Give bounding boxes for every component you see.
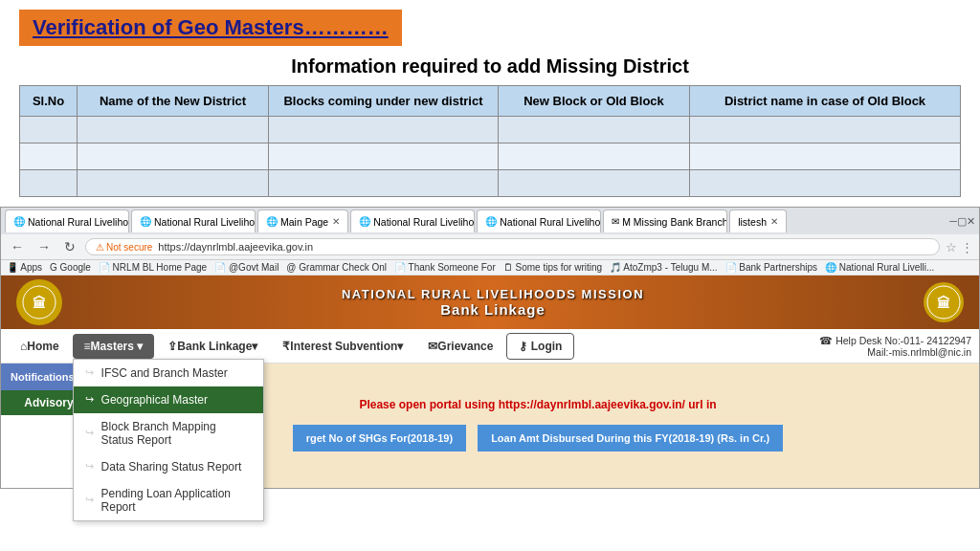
stat-box-2: Loan Amt Disbursed During this FY(2018-1… <box>478 425 783 452</box>
info-table: Sl.No Name of the New District Blocks co… <box>19 85 961 197</box>
reload-button[interactable]: ↻ <box>60 237 79 256</box>
help-desk-phone: ☎ Help Desk No:-011- 24122947 <box>819 335 971 346</box>
masters-dropdown-menu: ↪ IFSC and Branch Master ↪ Geographical … <box>73 359 264 521</box>
info-title: Information required to add Missing Dist… <box>19 55 961 77</box>
arrow-icon-3: ↪ <box>85 427 94 439</box>
nrlm-title-line2: Bank Linkage <box>342 301 644 318</box>
col-header-slno: Sl.No <box>20 86 78 117</box>
table-row <box>20 170 961 197</box>
tab-favicon-5: 🌐 <box>485 216 497 227</box>
tab-favicon-2: 🌐 <box>140 216 151 227</box>
tab-4[interactable]: 🌐 National Rural Liveliho... ✕ <box>350 209 475 232</box>
nav-masters[interactable]: ≡Masters ▾ <box>73 334 155 359</box>
help-desk-email: Mail:-mis.nrlmbl@nic.in <box>819 346 971 358</box>
nav-bar: ⌂Home ≡Masters ▾ ↪ IFSC and Branch Maste… <box>1 329 979 364</box>
stat-1-label: rget No of SHGs For(2018-19) <box>306 432 453 444</box>
arrow-icon-4: ↪ <box>85 460 94 473</box>
dropdown-pending-loan-label: Pending Loan Application Report <box>101 487 252 514</box>
bookmarks-bar: 📱 Apps G Google 📄 NRLM BL Home Page 📄 @G… <box>1 260 979 276</box>
stat-2-label: Loan Amt Disbursed During this FY(2018-1… <box>491 432 769 444</box>
window-controls: ─ ▢ ✕ <box>949 215 975 228</box>
advisory-label: Advisory <box>24 396 73 409</box>
minimize-button[interactable]: ─ <box>949 215 957 227</box>
close-button[interactable]: ✕ <box>967 215 975 228</box>
nav-bank-linkage[interactable]: ⇪Bank Linkage▾ <box>156 334 269 359</box>
bm-nrlm[interactable]: 📄 NRLM BL Home Page <box>99 262 207 273</box>
nav-home[interactable]: ⌂Home <box>9 334 71 359</box>
bm-govtmail[interactable]: 📄 @Govt Mail <box>214 262 278 273</box>
dropdown-ifsc-label: IFSC and Branch Master <box>101 366 228 380</box>
tab-4-label: National Rural Liveliho... <box>373 216 475 228</box>
help-desk-info: ☎ Help Desk No:-011- 24122947 Mail:-mis.… <box>819 335 971 358</box>
bm-nrlm2[interactable]: 🌐 National Rural Livelli... <box>825 262 934 273</box>
tab-7[interactable]: listesh ✕ <box>729 209 787 232</box>
tab-6[interactable]: ✉ M Missing Bank Branches... ✕ <box>603 209 727 232</box>
bm-thank[interactable]: 📄 Thank Someone For <box>394 262 496 273</box>
nrlm-logo-left: 🏛 <box>16 279 62 325</box>
stat-box-1: rget No of SHGs For(2018-19) <box>293 425 466 452</box>
browser-controls: ← → ↻ ⚠ Not secure https://daynrlmbl.aaj… <box>1 234 979 260</box>
bm-google[interactable]: G Google <box>50 262 91 273</box>
tab-1-label: National Rural Liveliho... <box>28 216 129 228</box>
tab-2[interactable]: 🌐 National Rural Liveliho... ✕ <box>131 209 256 232</box>
nrlm-title-line1: NATIONAL RURAL LIVELIHOODS MISSION <box>342 287 644 301</box>
tab-1[interactable]: 🌐 National Rural Liveliho... ✕ <box>5 209 129 232</box>
bm-bank[interactable]: 📄 Bank Partnerships <box>725 262 818 273</box>
website-content: 🏛 NATIONAL RURAL LIVELIHOODS MISSION Ban… <box>1 276 979 488</box>
nav-interest-subvention[interactable]: ₹Interest Subvention▾ <box>271 334 414 359</box>
arrow-icon-5: ↪ <box>85 494 94 506</box>
arrow-icon-1: ↪ <box>85 366 94 379</box>
tab-bar: 🌐 National Rural Liveliho... ✕ 🌐 Nationa… <box>1 208 979 234</box>
svg-text:🏛: 🏛 <box>33 295 46 311</box>
arrow-icon-2: ↪ <box>85 393 94 406</box>
menu-icon[interactable]: ⋮ <box>961 240 973 254</box>
address-bar[interactable]: ⚠ Not secure https://daynrlmbl.aajeevika… <box>85 238 940 255</box>
back-button[interactable]: ← <box>7 237 28 256</box>
dropdown-ifsc[interactable]: ↪ IFSC and Branch Master <box>74 360 263 386</box>
not-secure-indicator: ⚠ Not secure <box>96 242 152 253</box>
nav-masters-dropdown: ≡Masters ▾ ↪ IFSC and Branch Master ↪ Ge… <box>73 334 155 359</box>
tab-3-close[interactable]: ✕ <box>332 216 340 227</box>
url-text: https://daynrlmbl.aajeevika.gov.in <box>158 241 313 253</box>
bm-grammar[interactable]: @ Grammar Check Onl <box>286 262 387 273</box>
dropdown-geo[interactable]: ↪ Geographical Master <box>74 386 263 413</box>
tab-2-label: National Rural Liveliho... <box>154 216 256 228</box>
alert-text: Please open portal using https://daynrlm… <box>353 392 722 417</box>
notifications-label: Notifications <box>11 371 75 383</box>
col-header-district-old: District name in case of Old Block <box>690 86 961 117</box>
forward-button[interactable]: → <box>33 237 55 256</box>
dropdown-block-branch-label: Block Branch Mapping Status Report <box>101 420 252 447</box>
bookmark-icons: ☆ ⋮ <box>946 240 973 254</box>
star-icon[interactable]: ☆ <box>946 240 957 254</box>
tab-3[interactable]: 🌐 Main Page ✕ <box>257 209 348 232</box>
tab-3-label: Main Page <box>280 216 328 228</box>
nrlm-title-block: NATIONAL RURAL LIVELIHOODS MISSION Bank … <box>342 287 644 318</box>
dropdown-pending-loan[interactable]: ↪ Pending Loan Application Report <box>74 480 263 520</box>
restore-button[interactable]: ▢ <box>957 215 967 228</box>
col-header-blocks: Blocks coming under new district <box>269 86 499 117</box>
nav-login[interactable]: ⚷ Login <box>506 333 574 360</box>
dropdown-block-branch[interactable]: ↪ Block Branch Mapping Status Report <box>74 413 263 453</box>
dropdown-data-sharing-label: Data Sharing Status Report <box>101 460 242 474</box>
bm-atozmp3[interactable]: 🎵 AtoZmp3 - Telugu M... <box>610 262 717 273</box>
tab-favicon-3: 🌐 <box>266 216 278 227</box>
browser-window: 🌐 National Rural Liveliho... ✕ 🌐 Nationa… <box>0 207 980 489</box>
tab-5[interactable]: 🌐 National Rural Liveliho... ✕ <box>477 209 601 232</box>
col-header-new-old: New Block or Old Block <box>499 86 690 117</box>
bm-apps[interactable]: 📱 Apps <box>7 262 42 273</box>
nav-grievance[interactable]: ✉Grievance <box>416 334 504 359</box>
nrlm-header: 🏛 NATIONAL RURAL LIVELIHOODS MISSION Ban… <box>1 276 979 329</box>
bm-tips[interactable]: 🗒 Some tips for writing <box>503 262 602 273</box>
table-row <box>20 117 961 143</box>
col-header-name: Name of the New District <box>78 86 269 117</box>
tab-5-label: National Rural Liveliho... <box>500 216 601 228</box>
tab-favicon-1: 🌐 <box>13 216 25 227</box>
tab-favicon-6: ✉ <box>612 216 619 227</box>
tab-7-close[interactable]: ✕ <box>770 216 778 227</box>
tab-favicon-4: 🌐 <box>359 216 370 227</box>
table-row <box>20 143 961 170</box>
svg-text:🏛: 🏛 <box>937 295 950 311</box>
stats-area: rget No of SHGs For(2018-19) Loan Amt Di… <box>285 417 791 459</box>
dropdown-data-sharing[interactable]: ↪ Data Sharing Status Report <box>74 453 263 480</box>
tab-7-label: listesh <box>738 216 767 228</box>
